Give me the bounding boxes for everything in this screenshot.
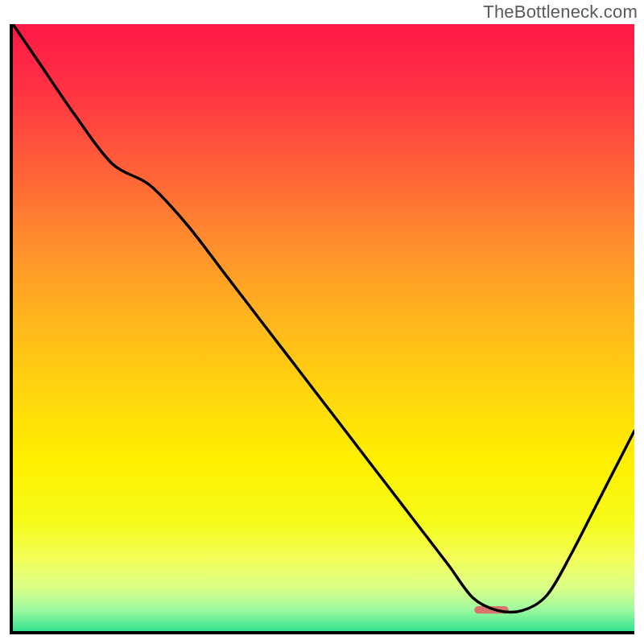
watermark-text: TheBottleneck.com xyxy=(483,2,638,23)
plot-area xyxy=(10,24,634,634)
chart-svg xyxy=(13,24,634,631)
gradient-background xyxy=(13,24,634,631)
